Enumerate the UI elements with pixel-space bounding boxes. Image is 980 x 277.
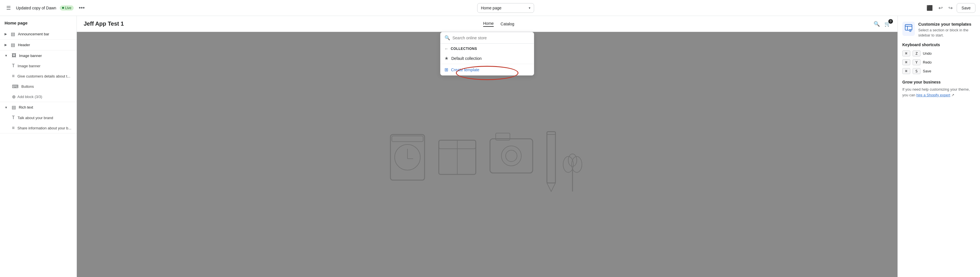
expand-icon: ▼ — [5, 54, 8, 57]
page-dropdown-menu: 🔍 ← COLLECTIONS ★ Default collection ⊞ C… — [440, 32, 534, 75]
customize-templates-icon — [902, 22, 915, 36]
shortcut-save: ⌘ S Save — [902, 68, 975, 74]
dropdown-section-header: ← COLLECTIONS — [441, 43, 534, 53]
kbd-z: Z — [913, 50, 921, 56]
preview-header: Jeff App Test 1 Home Catalog 🔍 🛒 0 — [77, 16, 897, 32]
sidebar-toggle-button[interactable]: ☰ — [5, 3, 13, 13]
expand-icon: ▼ — [5, 106, 8, 109]
live-dot — [62, 7, 64, 9]
search-icon-dropdown: 🔍 — [444, 35, 450, 40]
keyboard-shortcuts-title: Keyboard shortcuts — [902, 42, 975, 47]
svg-marker-13 — [547, 183, 555, 192]
customize-templates-desc: Select a section or block in the sidebar… — [918, 28, 975, 38]
add-block-button[interactable]: ⊕ Add block (3/3) — [0, 92, 76, 102]
sidebar-group-header: ▶ ▤ Header — [0, 40, 76, 50]
nav-catalog[interactable]: Catalog — [501, 22, 514, 26]
back-button[interactable]: ← — [444, 46, 449, 51]
kbd-cmd-3: ⌘ — [902, 68, 910, 74]
buttons-icon: ⌨ — [12, 84, 19, 89]
image-banner-label: Image banner — [19, 54, 42, 58]
rich-text-label: Rich text — [19, 105, 33, 109]
sidebar-item-header[interactable]: ▶ ▤ Header — [0, 40, 76, 50]
hero-illustration — [388, 112, 587, 197]
sidebar-item-share-information[interactable]: ≡ Share information about your b... — [0, 123, 76, 133]
theme-name-label: Updated copy of Dawn — [16, 6, 56, 10]
desktop-preview-icon[interactable]: ⬛ — [925, 3, 934, 13]
preview-nav: Home Catalog — [483, 21, 514, 27]
text-block-icon-2: ≡ — [12, 125, 14, 131]
grid-icon: ⊞ — [444, 67, 448, 72]
svg-point-9 — [501, 146, 521, 166]
cart-icon[interactable]: 🛒 0 — [885, 21, 891, 27]
shopify-expert-link[interactable]: hire a Shopify expert — [916, 93, 950, 97]
collections-header-label: COLLECTIONS — [451, 47, 477, 51]
svg-point-10 — [506, 150, 517, 162]
svg-rect-4 — [392, 136, 423, 142]
kbd-y: Y — [913, 59, 921, 65]
give-customers-label: Give customers details about t... — [18, 74, 70, 78]
right-sidebar-text: Customize your templates Select a sectio… — [918, 22, 975, 38]
nav-home[interactable]: Home — [483, 21, 494, 27]
plus-icon: ⊕ — [12, 94, 16, 99]
announcement-bar-label: Announcement bar — [18, 32, 49, 36]
sidebar-item-talk-about-brand[interactable]: T Talk about your brand — [0, 112, 76, 123]
buttons-label: Buttons — [21, 84, 34, 89]
save-label: Save — [923, 69, 931, 73]
talk-about-brand-label: Talk about your brand — [18, 116, 53, 120]
svg-rect-19 — [905, 24, 912, 30]
sidebar-item-buttons[interactable]: ⌨ Buttons — [0, 81, 76, 92]
undo-button[interactable]: ↩ — [937, 3, 945, 13]
sidebar-item-announcement-bar[interactable]: ▶ ▤ Announcement bar — [0, 29, 76, 39]
kbd-cmd: ⌘ — [902, 50, 910, 56]
right-sidebar: Customize your templates Select a sectio… — [897, 16, 980, 277]
topbar-left: ☰ Updated copy of Dawn Live ••• — [5, 3, 86, 13]
svg-rect-12 — [547, 132, 555, 183]
redo-label: Redo — [923, 60, 932, 64]
default-collection-label: Default collection — [451, 56, 482, 61]
customize-templates-title: Customize your templates — [918, 22, 975, 27]
topbar-center: Home page ▾ — [86, 3, 925, 13]
page-selector-dropdown[interactable]: Home page ▾ — [477, 3, 534, 13]
expand-icon: ▶ — [5, 32, 7, 36]
sidebar-item-image-banner[interactable]: ▼ 🖼 Image banner — [0, 50, 76, 61]
svg-rect-8 — [490, 139, 533, 173]
template-icon-svg — [905, 24, 913, 32]
sidebar-item-image-banner-sub[interactable]: T Image banner — [0, 61, 76, 71]
kbd-s: S — [913, 68, 921, 74]
search-online-store-input[interactable] — [452, 35, 530, 40]
main-layout: Home page ▶ ▤ Announcement bar ▶ ▤ Heade… — [0, 16, 980, 277]
dropdown-item-default-collection[interactable]: ★ Default collection — [441, 53, 534, 64]
more-options-button[interactable]: ••• — [77, 3, 86, 12]
live-badge: Live — [60, 5, 74, 11]
shortcut-redo: ⌘ Y Redo — [902, 59, 975, 65]
header-icon: ▤ — [11, 42, 15, 48]
search-icon[interactable]: 🔍 — [873, 21, 880, 27]
preview-wrapper: Jeff App Test 1 Home Catalog 🔍 🛒 0 — [77, 16, 897, 277]
share-information-label: Share information about your b... — [18, 126, 71, 130]
preview-icons: 🔍 🛒 0 — [873, 21, 891, 27]
dropdown-search-container: 🔍 — [441, 32, 534, 43]
image-banner-icon: 🖼 — [12, 53, 16, 58]
star-icon: ★ — [444, 56, 449, 61]
text-icon-2: T — [12, 115, 15, 120]
announcement-bar-icon: ▤ — [11, 31, 15, 37]
grow-text-suffix: ↗ — [951, 93, 955, 97]
undo-label: Undo — [923, 51, 932, 56]
cart-badge: 0 — [888, 19, 893, 24]
grow-section: Grow your business If you need help cust… — [902, 80, 975, 98]
rich-text-icon: ▤ — [12, 104, 16, 110]
grow-title: Grow your business — [902, 80, 975, 84]
save-button[interactable]: Save — [957, 3, 975, 13]
header-label: Header — [18, 43, 30, 47]
topbar: ☰ Updated copy of Dawn Live ••• Home pag… — [0, 0, 980, 16]
sidebar-group-image-banner: ▼ 🖼 Image banner T Image banner ≡ Give c… — [0, 50, 76, 102]
page-selector-value: Home page — [481, 6, 501, 10]
sidebar-group-rich-text: ▼ ▤ Rich text T Talk about your brand ≡ … — [0, 102, 76, 133]
sidebar-item-give-customers[interactable]: ≡ Give customers details about t... — [0, 71, 76, 81]
sidebar-item-rich-text[interactable]: ▼ ▤ Rich text — [0, 102, 76, 112]
topbar-right: ⬛ ↩ ↪ Save — [925, 3, 975, 13]
shortcut-undo: ⌘ Z Undo — [902, 50, 975, 56]
dropdown-item-create-template[interactable]: ⊞ Create template — [441, 64, 534, 75]
redo-button[interactable]: ↪ — [947, 3, 955, 13]
right-sidebar-header: Customize your templates Select a sectio… — [902, 22, 975, 38]
